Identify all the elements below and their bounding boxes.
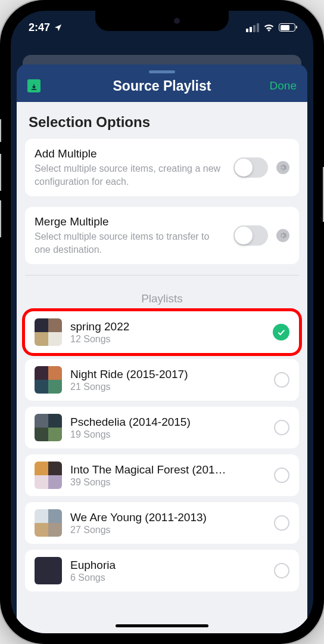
playlist-count: 19 Songs [70, 429, 266, 440]
wifi-icon [263, 23, 275, 32]
playlist-item-euphoria[interactable]: Euphoria 6 Songs [25, 550, 299, 592]
status-time-group: 2:47 [29, 21, 63, 34]
playlist-count: 12 Songs [70, 334, 264, 345]
selection-options-heading: Selection Options [25, 102, 299, 139]
playlist-artwork [35, 366, 62, 394]
add-multiple-desc: Select multiple source items, creating a… [35, 162, 225, 188]
playlist-artwork [35, 414, 62, 441]
playlist-artwork [35, 557, 62, 584]
playlist-text: Euphoria 6 Songs [70, 559, 266, 583]
playlist-artwork [35, 462, 62, 489]
playlist-count: 6 Songs [70, 572, 266, 583]
add-multiple-option: Add Multiple Select multiple source item… [25, 139, 299, 196]
sheet-header: Source Playlist Done [17, 73, 307, 102]
playlist-text: Into The Magical Forest (201… 39 Songs [70, 463, 266, 488]
playlist-name: We Are Young (2011-2013) [70, 511, 266, 524]
add-multiple-title: Add Multiple [35, 147, 225, 160]
merge-multiple-title: Merge Multiple [35, 215, 225, 228]
checkmark-empty-icon [274, 515, 289, 531]
merge-multiple-desc: Select multiple source items to transfer… [35, 230, 225, 256]
checkmark-empty-icon [274, 420, 289, 435]
checkmark-empty-icon [274, 372, 289, 388]
playlist-item-night-ride[interactable]: Night Ride (2015-2017) 21 Songs [25, 359, 299, 401]
import-icon[interactable] [27, 79, 40, 92]
merge-multiple-text: Merge Multiple Select multiple source it… [35, 215, 225, 256]
playlist-text: We Are Young (2011-2013) 27 Songs [70, 511, 266, 535]
checkmark-empty-icon [274, 467, 289, 483]
phone-frame: 2:47 Source Playlist Done Selection Opti… [0, 0, 324, 644]
merge-multiple-option: Merge Multiple Select multiple source it… [25, 207, 299, 264]
playlist-item-spring-2022[interactable]: spring 2022 12 Songs [25, 311, 299, 353]
status-icons [246, 23, 295, 32]
checkmark-selected-icon [273, 324, 289, 340]
playlist-count: 21 Songs [70, 382, 266, 392]
volume-down-button [0, 200, 1, 237]
playlist-item-pschedelia[interactable]: Pschedelia (2014-2015) 19 Songs [25, 407, 299, 448]
playlist-name: Night Ride (2015-2017) [70, 368, 266, 381]
playlist-item-magical-forest[interactable]: Into The Magical Forest (201… 39 Songs [25, 454, 299, 496]
playlist-name: spring 2022 [70, 320, 264, 333]
playlist-count: 39 Songs [70, 477, 266, 488]
add-multiple-toggle[interactable] [233, 157, 268, 178]
cellular-icon [246, 23, 259, 32]
merge-multiple-toggle[interactable] [233, 225, 268, 246]
playlist-name: Into The Magical Forest (201… [70, 463, 266, 476]
modal-sheet: Source Playlist Done Selection Options A… [17, 64, 307, 633]
location-icon [54, 23, 63, 32]
screen: 2:47 Source Playlist Done Selection Opti… [11, 11, 313, 633]
merge-multiple-settings-icon[interactable] [276, 229, 289, 242]
sheet-title: Source Playlist [17, 78, 307, 94]
add-multiple-settings-icon[interactable] [276, 161, 289, 174]
content-area: Selection Options Add Multiple Select mu… [17, 102, 307, 633]
playlist-count: 27 Songs [70, 525, 266, 535]
playlist-text: spring 2022 12 Songs [70, 320, 264, 345]
playlist-artwork [35, 318, 62, 346]
playlist-name: Euphoria [70, 559, 266, 572]
checkmark-empty-icon [274, 563, 289, 578]
home-indicator[interactable] [116, 624, 208, 627]
add-multiple-text: Add Multiple Select multiple source item… [35, 147, 225, 188]
done-button[interactable]: Done [270, 79, 297, 92]
notch [95, 11, 229, 31]
playlist-name: Pschedelia (2014-2015) [70, 416, 266, 429]
mute-switch [0, 119, 1, 142]
playlists-section-heading: Playlists [25, 275, 299, 311]
status-time: 2:47 [29, 21, 50, 34]
playlist-item-we-are-young[interactable]: We Are Young (2011-2013) 27 Songs [25, 502, 299, 544]
volume-up-button [0, 154, 1, 191]
playlist-artwork [35, 509, 62, 537]
battery-icon [279, 23, 295, 32]
playlist-text: Pschedelia (2014-2015) 19 Songs [70, 416, 266, 440]
playlist-text: Night Ride (2015-2017) 21 Songs [70, 368, 266, 392]
